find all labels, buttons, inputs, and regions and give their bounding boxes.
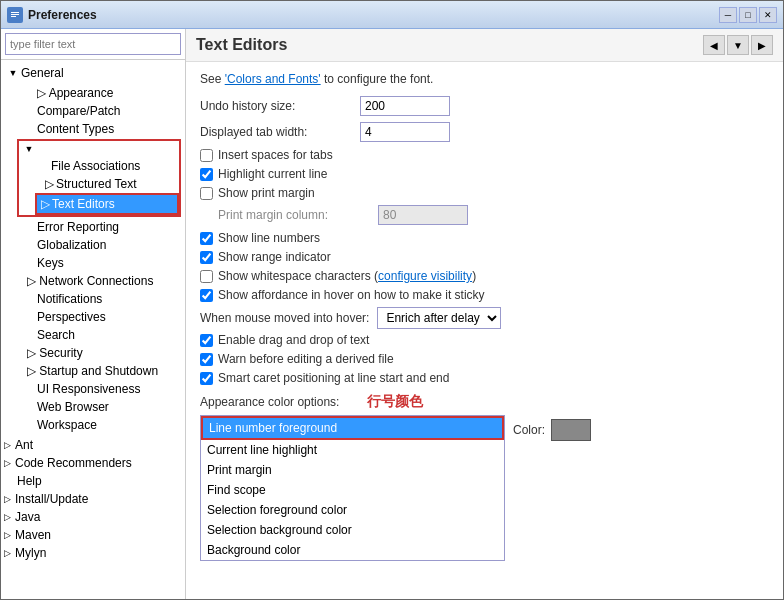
nav-forward-button[interactable]: ▶: [751, 35, 773, 55]
sidebar-item-fileassoc[interactable]: File Associations: [35, 157, 179, 175]
sidebar-item-networkconn[interactable]: ▷ Network Connections: [17, 272, 181, 290]
mylyn-arrow: ▷: [1, 547, 13, 559]
configure-visibility-link[interactable]: configure visibility: [378, 269, 472, 283]
color-section: Color:: [513, 419, 591, 441]
sidebar-item-globalization[interactable]: Globalization: [17, 236, 181, 254]
sidebar-item-errorreporting[interactable]: Error Reporting: [17, 218, 181, 236]
editors-arrow: ▼: [23, 143, 35, 155]
tabwidth-row: Displayed tab width:: [200, 122, 769, 142]
smartcaret-checkbox[interactable]: [200, 372, 213, 385]
preferences-window: Preferences ─ □ ✕ ▼ General ▷ Appea: [0, 0, 784, 600]
main-content: ▼ General ▷ Appearance Compare/Patch Con…: [1, 29, 783, 599]
java-label: Java: [15, 510, 40, 524]
sidebar-item-editors[interactable]: ▼: [19, 141, 179, 157]
tabwidth-label: Displayed tab width:: [200, 125, 360, 139]
maximize-button[interactable]: □: [739, 7, 757, 23]
checkbox-inserttabs: Insert spaces for tabs: [200, 148, 769, 162]
dragdrop-label: Enable drag and drop of text: [218, 333, 369, 347]
maven-label: Maven: [15, 528, 51, 542]
nav-buttons: ◀ ▼ ▶: [703, 35, 773, 55]
sidebar-item-installupdate[interactable]: ▷ Install/Update: [1, 490, 185, 508]
close-button[interactable]: ✕: [759, 7, 777, 23]
sidebar-item-startup[interactable]: ▷ Startup and Shutdown: [17, 362, 181, 380]
hover-select[interactable]: Enrich after delay Never Always: [377, 307, 501, 329]
sidebar-item-structuredtext[interactable]: ▷Structured Text: [35, 175, 179, 193]
warnderived-checkbox[interactable]: [200, 353, 213, 366]
linenumbers-checkbox[interactable]: [200, 232, 213, 245]
warnderived-label: Warn before editing a derived file: [218, 352, 394, 366]
color-swatch[interactable]: [551, 419, 591, 441]
appearance-section: Appearance color options: 行号颜色 Line numb…: [200, 393, 769, 561]
sidebar-item-contenttypes[interactable]: Content Types: [17, 120, 181, 138]
whitespace-checkbox[interactable]: [200, 270, 213, 283]
option-findscope[interactable]: Find scope: [201, 480, 504, 500]
installupdate-arrow: ▷: [1, 493, 13, 505]
window-controls: ─ □ ✕: [719, 7, 777, 23]
undo-input[interactable]: [360, 96, 450, 116]
sidebar-item-texteditors[interactable]: ▷Text Editors: [35, 193, 179, 215]
sidebar-item-notifications[interactable]: Notifications: [17, 290, 181, 308]
coderecommenders-label: Code Recommenders: [15, 456, 132, 470]
sidebar-item-appearance[interactable]: ▷ Appearance: [17, 84, 181, 102]
search-input[interactable]: [5, 33, 181, 55]
java-arrow: ▷: [1, 511, 13, 523]
general-label: General: [21, 66, 64, 80]
colors-fonts-link[interactable]: 'Colors and Fonts': [225, 72, 321, 86]
ant-label: Ant: [15, 438, 33, 452]
inserttabs-checkbox[interactable]: [200, 149, 213, 162]
checkbox-warnderived: Warn before editing a derived file: [200, 352, 769, 366]
sidebar-item-maven[interactable]: ▷ Maven: [1, 526, 185, 544]
window-title: Preferences: [28, 8, 719, 22]
tabwidth-input[interactable]: [360, 122, 450, 142]
detail-title: Text Editors: [196, 36, 703, 54]
sidebar-item-ant[interactable]: ▷ Ant: [1, 436, 185, 454]
checkbox-highlightline: Highlight current line: [200, 167, 769, 181]
inserttabs-label: Insert spaces for tabs: [218, 148, 333, 162]
dragdrop-checkbox[interactable]: [200, 334, 213, 347]
printmargincol-label: Print margin column:: [218, 208, 378, 222]
option-printmargin[interactable]: Print margin: [201, 460, 504, 480]
appearance-header: Appearance color options: 行号颜色: [200, 393, 769, 411]
sidebar-item-coderecommenders[interactable]: ▷ Code Recommenders: [1, 454, 185, 472]
sidebar-item-help[interactable]: Help: [1, 472, 185, 490]
checkbox-affordance: Show affordance in hover on how to make …: [200, 288, 769, 302]
checkbox-printmargin: Show print margin: [200, 186, 769, 200]
svg-rect-2: [11, 14, 19, 15]
ant-arrow: ▷: [1, 439, 13, 451]
printmargin-checkbox[interactable]: [200, 187, 213, 200]
sidebar-item-workspace[interactable]: Workspace: [17, 416, 181, 434]
printmargincol-input[interactable]: [378, 205, 468, 225]
sidebar-item-java[interactable]: ▷ Java: [1, 508, 185, 526]
sidebar-item-search[interactable]: Search: [17, 326, 181, 344]
sidebar-item-perspectives[interactable]: Perspectives: [17, 308, 181, 326]
option-currentline[interactable]: Current line highlight: [201, 440, 504, 460]
option-selectionfg[interactable]: Selection foreground color: [201, 500, 504, 520]
sidebar-item-comparepatch[interactable]: Compare/Patch: [17, 102, 181, 120]
sidebar-item-keys[interactable]: Keys: [17, 254, 181, 272]
sidebar-item-general[interactable]: ▼ General: [5, 62, 181, 84]
option-selectionbg[interactable]: Selection background color: [201, 520, 504, 540]
highlightline-label: Highlight current line: [218, 167, 327, 181]
detail-header: Text Editors ◀ ▼ ▶: [186, 29, 783, 62]
list-container: Line number foreground Current line high…: [200, 415, 769, 561]
option-linenumber[interactable]: Line number foreground: [201, 416, 504, 440]
highlightline-checkbox[interactable]: [200, 168, 213, 181]
sidebar-item-uiresponsiveness[interactable]: UI Responsiveness: [17, 380, 181, 398]
general-children: ▷ Appearance Compare/Patch Content Types…: [5, 84, 181, 434]
rangeindicator-label: Show range indicator: [218, 250, 331, 264]
appearance-label: Appearance color options:: [200, 395, 339, 409]
sidebar-item-security[interactable]: ▷ Security: [17, 344, 181, 362]
sidebar-item-mylyn[interactable]: ▷ Mylyn: [1, 544, 185, 562]
checkbox-rangeindicator: Show range indicator: [200, 250, 769, 264]
hover-row: When mouse moved into hover: Enrich afte…: [200, 307, 769, 329]
nav-dropdown-button[interactable]: ▼: [727, 35, 749, 55]
sidebar-item-webbrowser[interactable]: Web Browser: [17, 398, 181, 416]
annotation-text: 行号颜色: [367, 393, 423, 411]
option-background[interactable]: Background color: [201, 540, 504, 560]
affordance-checkbox[interactable]: [200, 289, 213, 302]
coderecommenders-arrow: ▷: [1, 457, 13, 469]
minimize-button[interactable]: ─: [719, 7, 737, 23]
rangeindicator-checkbox[interactable]: [200, 251, 213, 264]
tree-group-general: ▼ General ▷ Appearance Compare/Patch Con…: [1, 60, 185, 436]
nav-back-button[interactable]: ◀: [703, 35, 725, 55]
